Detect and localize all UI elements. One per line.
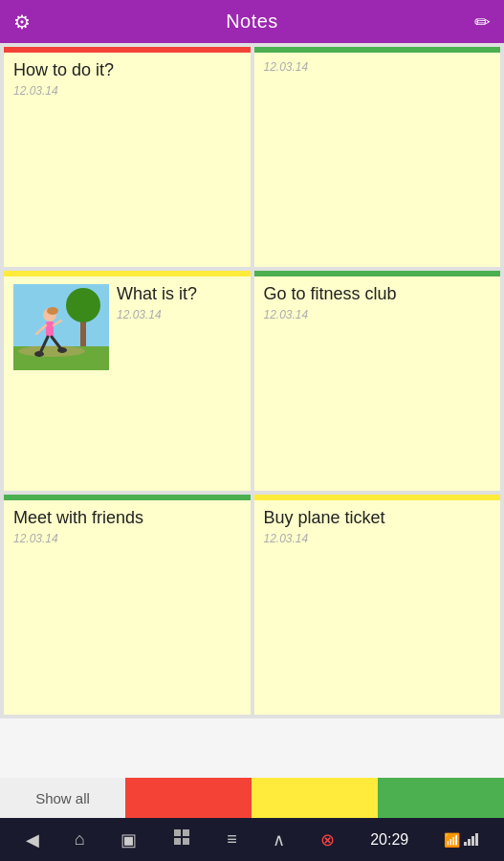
header-title: Notes [226, 11, 278, 33]
note-content-5: Meet with friends 12.03.14 [4, 500, 251, 715]
note-title-6: Buy plane ticket [264, 508, 492, 528]
note-thumbnail-3 [13, 284, 109, 370]
filter-color-red[interactable] [125, 778, 252, 818]
svg-point-3 [66, 288, 100, 322]
note-date-1: 12.03.14 [13, 84, 241, 98]
svg-rect-14 [174, 829, 181, 836]
note-card-3[interactable]: What is it? 12.03.14 [4, 271, 251, 491]
note-date-3: 12.03.14 [117, 308, 197, 321]
back-icon[interactable]: ◀ [26, 829, 39, 850]
signal-bars [464, 833, 478, 846]
notes-grid: How to do it? 12.03.14 12.03.14 [0, 43, 504, 718]
note-title-4: Go to fitness club [264, 284, 492, 304]
edit-icon[interactable]: ✏ [474, 11, 491, 33]
note-content-2: 12.03.14 [254, 53, 501, 267]
app-header: ⚙ Notes ✏ [0, 0, 504, 43]
svg-point-13 [47, 307, 58, 315]
note-content-4: Go to fitness club 12.03.14 [254, 276, 501, 491]
note-card-6[interactable]: Buy plane ticket 12.03.14 [254, 495, 501, 715]
note-text-area-3: What is it? 12.03.14 [117, 284, 197, 370]
note-card-2[interactable]: 12.03.14 [254, 47, 501, 267]
recents-icon[interactable]: ▣ [121, 829, 137, 850]
note-title-1: How to do it? [13, 60, 241, 80]
note-title-5: Meet with friends [13, 508, 241, 528]
svg-rect-17 [183, 838, 189, 845]
note-content-6: Buy plane ticket 12.03.14 [254, 500, 501, 715]
svg-point-11 [34, 351, 44, 357]
show-all-button[interactable]: Show all [0, 778, 125, 818]
note-title-3: What is it? [117, 284, 197, 304]
svg-rect-15 [183, 829, 189, 836]
svg-rect-16 [174, 838, 181, 845]
settings-icon[interactable]: ⚙ [13, 11, 31, 33]
status-time: 20:29 [370, 831, 408, 849]
note-content-1: How to do it? 12.03.14 [4, 53, 251, 267]
filter-color-green[interactable] [378, 778, 504, 818]
status-area: 📶 [444, 832, 478, 848]
filter-color-yellow[interactable] [252, 778, 378, 818]
home-icon[interactable]: ⌂ [75, 829, 85, 850]
bottom-nav-bar: ◀ ⌂ ▣ ≡ ∧ ⊗ 20:29 📶 [0, 818, 504, 861]
svg-point-4 [18, 345, 85, 357]
grid-icon[interactable] [172, 828, 191, 851]
note-card-5[interactable]: Meet with friends 12.03.14 [4, 495, 251, 715]
note-date-2: 12.03.14 [264, 60, 492, 74]
wifi-icon: 📶 [444, 832, 460, 848]
close-circle-icon[interactable]: ⊗ [320, 829, 335, 850]
menu-icon[interactable]: ≡ [227, 829, 237, 850]
note-date-4: 12.03.14 [264, 308, 492, 321]
up-icon[interactable]: ∧ [273, 829, 285, 850]
note-card-1[interactable]: How to do it? 12.03.14 [4, 47, 251, 267]
svg-rect-6 [46, 321, 54, 337]
filter-bar: Show all [0, 778, 504, 818]
note-date-6: 12.03.14 [264, 532, 492, 545]
note-card-4[interactable]: Go to fitness club 12.03.14 [254, 271, 501, 491]
note-image-area-3: What is it? 12.03.14 [4, 276, 251, 378]
svg-point-12 [57, 347, 67, 353]
note-date-5: 12.03.14 [13, 532, 241, 545]
